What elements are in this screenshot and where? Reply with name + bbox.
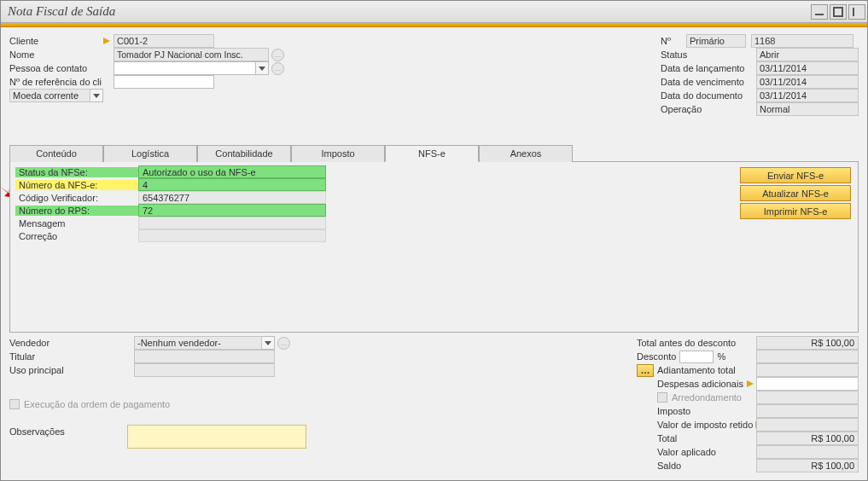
nfse-status-label: Status da NFSe: [15,167,138,177]
titular-label: Titular [9,351,102,362]
observacoes-field: Observações [9,425,306,449]
atualizar-nfse-button[interactable]: Atualizar NFS-e [740,185,851,201]
svg-marker-4 [103,38,110,44]
tabstrip: Conteúdo Logística Contabilidade Imposto… [9,145,859,162]
retido-value [756,418,859,432]
nfse-status-value: Autorizado o uso da NFS-e [138,165,326,178]
venc-field: Data de vencimento 03/11/2014 [661,75,859,89]
link-arrow-icon[interactable] [745,379,755,389]
obs-textarea[interactable] [127,425,306,449]
doc-field: Data do documento 03/11/2014 [661,89,859,102]
saldo-row: Saldo R$ 100,00 [637,459,859,472]
nome-detail-button[interactable]: … [271,49,284,61]
pessoa-detail-button[interactable]: … [271,62,284,75]
total-value: R$ 100,00 [756,432,859,445]
cliente-input[interactable]: C001-2 [114,34,214,48]
nome-input[interactable]: Tomador PJ Nacional com Insc. [114,48,269,61]
titular-value[interactable] [134,350,275,363]
status-value[interactable]: Abrir [756,48,859,61]
tab-anexos[interactable]: Anexos [479,145,573,162]
no-label: Nº [661,36,686,46]
uso-value[interactable] [134,363,275,377]
chevron-down-icon [262,336,275,350]
adiant-value [756,363,859,377]
cliente-field: Cliente C001-2 [9,34,284,48]
exec-ordem-row: Execução da ordem de pagamento [9,399,306,409]
retido-row: Valor de imposto retido [637,418,859,432]
header-right-column: Nº Primário 1168 Status Abrir Data de la… [661,34,859,116]
desconto-value [756,350,859,363]
pessoa-value [114,61,256,75]
venc-label: Data de vencimento [661,77,756,87]
venc-value[interactable]: 03/11/2014 [756,75,859,89]
svg-marker-5 [259,67,265,71]
exec-checkbox [9,399,20,409]
adiantamento-picker-button[interactable]: … [637,364,654,377]
chevron-down-icon [90,89,103,102]
svg-rect-0 [815,14,824,15]
pessoa-label: Pessoa de contato [9,63,102,73]
pessoa-dropdown[interactable] [114,61,269,75]
nfse-mensagem-value [138,217,326,229]
oper-value[interactable]: Normal [756,102,859,116]
obs-label: Observações [9,425,127,437]
uso-field: Uso principal [9,363,306,377]
window-title: Nota Fiscal de Saída [8,4,115,19]
status-label: Status [661,49,756,60]
arred-value [756,391,859,404]
nome-label: Nome [9,49,102,60]
imprimir-nfse-button[interactable]: Imprimir NFS-e [740,203,851,219]
aplicado-value [756,445,859,459]
uso-label: Uso principal [9,365,102,375]
ref-input[interactable] [114,75,214,89]
tab-logistica[interactable]: Logística [103,145,197,162]
arred-row: Arredondamento [637,391,859,404]
moeda-dropdown[interactable]: Moeda corrente [9,89,103,102]
moeda-field: Moeda corrente [9,89,284,102]
cliente-label: Cliente [9,36,102,46]
desconto-unit: % [717,351,725,362]
no-type[interactable]: Primário [686,34,746,48]
nfse-numero-label: Número da NFS-e: [15,180,138,190]
link-arrow-icon[interactable] [102,36,112,46]
tab-nfse[interactable]: NFS-e [385,145,479,162]
vendedor-detail-button[interactable]: … [277,337,290,350]
oper-label: Operação [661,104,756,114]
aplicado-row: Valor aplicado [637,445,859,459]
window-controls [811,4,865,20]
tab-conteudo[interactable]: Conteúdo [9,145,103,162]
adiant-label: Adiantamento total [657,365,756,375]
maximize-button[interactable] [830,4,847,20]
svg-marker-6 [93,94,100,98]
no-value[interactable]: 1168 [751,34,853,48]
desconto-pct-input[interactable] [679,351,714,363]
tab-contabilidade[interactable]: Contabilidade [197,145,291,162]
svg-marker-7 [265,341,271,345]
nfse-action-buttons: Enviar NFS-e Atualizar NFS-e Imprimir NF… [740,167,851,219]
nfse-grid: Status da NFSe: Autorizado o uso da NFS-… [15,165,853,242]
numero-field: Nº Primário 1168 [661,34,859,48]
doc-value[interactable]: 03/11/2014 [756,89,859,102]
lanc-value[interactable]: 03/11/2014 [756,61,859,75]
nfse-codigo-label: Código Verificador: [15,193,138,203]
lanc-label: Data de lançamento [661,63,756,73]
saldo-value: R$ 100,00 [756,459,859,472]
chevron-down-icon [256,61,269,75]
ref-label: Nº de referência do clie [9,77,102,87]
footer-left: Vendedor -Nenhum vendedor- … Titular Uso… [9,336,306,472]
nfse-codigo-value: 654376277 [138,191,326,204]
restore-button[interactable] [848,4,865,20]
doc-label: Data do documento [661,90,756,101]
ref-field: Nº de referência do clie [9,75,284,89]
pessoa-field: Pessoa de contato … [9,61,284,75]
nfse-rps-label: Número do RPS: [15,206,138,216]
vendedor-dropdown[interactable]: -Nenhum vendedor- [134,336,275,350]
desp-value[interactable] [756,377,859,391]
svg-rect-1 [834,8,842,16]
enviar-nfse-button[interactable]: Enviar NFS-e [740,167,851,183]
nome-field: Nome Tomador PJ Nacional com Insc. … [9,48,284,61]
vendedor-field: Vendedor -Nenhum vendedor- … [9,336,306,350]
oper-field: Operação Normal [661,102,859,116]
tab-imposto[interactable]: Imposto [291,145,385,162]
minimize-button[interactable] [811,4,828,20]
